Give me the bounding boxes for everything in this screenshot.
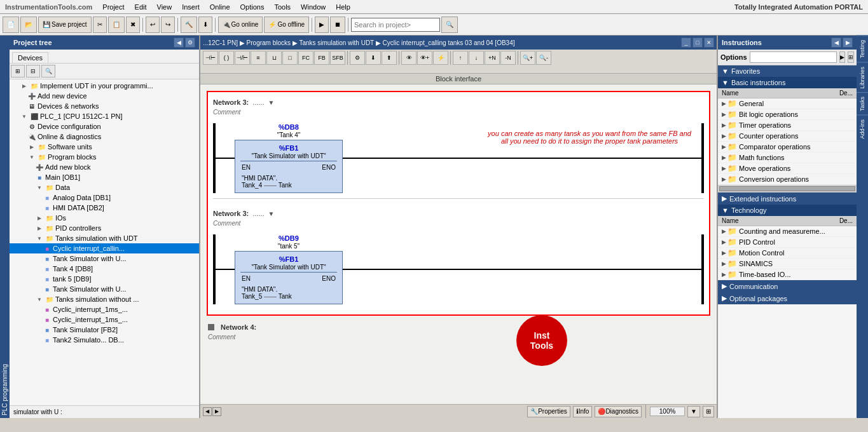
zoom-in-button[interactable]: 🔍+ <box>520 51 535 65</box>
tree-item-hmi-data[interactable]: ■ HMI DATA [DB2] <box>10 203 199 213</box>
options-arrow-button[interactable]: ▶ <box>839 51 845 63</box>
instr-item-sinamics[interactable]: ▶ 📁 SINAMICS <box>718 259 857 269</box>
zoom-input[interactable] <box>650 407 685 416</box>
menu-edit[interactable]: Edit <box>135 3 147 11</box>
instr-item-general[interactable]: ▶ 📁 General <box>718 98 857 109</box>
instr-item-pid-ctrl[interactable]: ▶ 📁 PID Control <box>718 237 857 248</box>
instr-item-conversion[interactable]: ▶ 📁 Conversion operations <box>718 174 857 185</box>
tree-item-tank-sim-u2[interactable]: ■ Tank Simulator with U... <box>10 284 199 294</box>
collapse-icon[interactable] <box>208 324 214 330</box>
properties-button[interactable]: 🔧 Properties <box>527 406 570 417</box>
instr-item-timer[interactable]: ▶ 📁 Timer operations <box>718 120 857 131</box>
plc-programming-tab[interactable]: PLC programming <box>0 36 10 418</box>
technology-header[interactable]: ▼ Technology <box>718 205 857 216</box>
testing-tab[interactable]: Testing <box>857 36 868 62</box>
copy-button[interactable]: ✂ <box>93 17 107 33</box>
search-button[interactable]: 🔍 <box>441 17 458 33</box>
zoom-dropdown-button[interactable]: ▼ <box>687 406 700 417</box>
tree-item-main-ob1[interactable]: ■ Main [OB1] <box>10 172 199 182</box>
insert-fc-button[interactable]: FC <box>298 51 313 65</box>
insert-branch-button[interactable]: ⊔ <box>266 51 282 65</box>
insert-empty-button[interactable]: □ <box>282 51 298 65</box>
instr-item-counting[interactable]: ▶ 📁 Counting and measureme... <box>718 226 857 237</box>
collapse-tree-button[interactable]: ◀ <box>174 37 184 48</box>
info-button[interactable]: ℹ Info <box>573 406 593 417</box>
go-online-button[interactable]: 🔌 Go online <box>218 17 263 33</box>
tree-item-tanks-without[interactable]: ▼ 📁 Tanks simulation without ... <box>10 294 199 304</box>
monitor-button[interactable]: 👁 <box>401 51 417 65</box>
tree-item-online-diag[interactable]: 🔌 Online & diagnostics <box>10 132 199 142</box>
tree-item-cyclic-1ms-2[interactable]: ■ Cyclic_interrupt_1ms_... <box>10 314 199 325</box>
download-button[interactable]: ⬇ <box>198 17 212 33</box>
instr-scrollbar[interactable] <box>718 185 857 192</box>
insert-contact-button[interactable]: ⊣⊢ <box>203 51 218 65</box>
instr-item-move[interactable]: ▶ 📁 Move operations <box>718 163 857 174</box>
instr-item-motion[interactable]: ▶ 📁 Motion Control <box>718 248 857 259</box>
insert-fb-button[interactable]: FB <box>314 51 329 65</box>
collapse-right-button[interactable]: ◀ <box>831 37 841 48</box>
scroll-right-button[interactable]: ▶ <box>212 407 221 416</box>
compile-button[interactable]: 🔨 <box>181 17 197 33</box>
tree-item-software-units[interactable]: ▶ 📁 Software units <box>10 142 199 152</box>
network-down-button[interactable]: ↓ <box>469 51 484 65</box>
download-c-button[interactable]: ⬇ <box>366 51 381 65</box>
tree-item-add-device[interactable]: ➕ Add new device <box>10 91 199 101</box>
scroll-left-button[interactable]: ◀ <box>203 407 212 416</box>
tree-item-tank-sim-u[interactable]: ■ Tank Simulator with U... <box>10 253 199 264</box>
expand-right-button[interactable]: ▶ <box>843 37 853 48</box>
tree-item-device-config[interactable]: ⚙ Device configuration <box>10 121 199 132</box>
force-button[interactable]: ⚡ <box>433 51 448 65</box>
options-grid-button[interactable]: ⊞ <box>848 51 854 63</box>
instr-scrollbar-thumb[interactable] <box>719 186 855 191</box>
redo-button[interactable]: ↪ <box>161 17 175 33</box>
favorites-header[interactable]: ▼ Favorites <box>718 65 857 77</box>
menu-project[interactable]: Project <box>102 3 124 11</box>
menu-help[interactable]: Help <box>336 3 350 11</box>
options-input[interactable] <box>750 51 837 63</box>
tree-item-data[interactable]: ▼ 📁 Data <box>10 182 199 192</box>
tree-expand-button[interactable]: ⊞ <box>11 65 25 78</box>
tree-item-cyclic-calling[interactable]: ■ Cyclic interrupt_callin... <box>10 243 199 253</box>
menu-tools[interactable]: Tools <box>274 3 291 11</box>
paste-button[interactable]: 📋 <box>108 17 125 33</box>
tree-item-ios[interactable]: ▶ 📁 IOs <box>10 213 199 223</box>
devices-tab[interactable]: Devices <box>12 52 48 63</box>
menu-options[interactable]: Options <box>240 3 265 11</box>
diagnostics-button[interactable]: 🔴 Diagnostics <box>595 406 642 417</box>
compile-c-button[interactable]: ⚙ <box>350 51 365 65</box>
tree-item-tanks-udt[interactable]: ▼ 📁 Tanks simulation with UDT <box>10 233 199 243</box>
upload-c-button[interactable]: ⬆ <box>382 51 397 65</box>
optional-header[interactable]: ▶ Optional packages <box>718 292 857 304</box>
menu-insert[interactable]: Insert <box>182 3 200 11</box>
tree-item-add-block[interactable]: ➕ Add new block <box>10 162 199 172</box>
insert-sfb-button[interactable]: SFB <box>330 51 345 65</box>
basic-instructions-header[interactable]: ▼ Basic instructions <box>718 77 857 88</box>
instr-item-math[interactable]: ▶ 📁 Math functions <box>718 152 857 163</box>
network-up-button[interactable]: ↑ <box>453 51 468 65</box>
save-button[interactable]: 💾 Save project <box>38 17 92 33</box>
tree-item-implement[interactable]: ▶ 📁 Implement UDT in your programmi... <box>10 81 199 91</box>
new-button[interactable]: 📄 <box>3 17 19 33</box>
search-input[interactable] <box>351 18 440 32</box>
open-button[interactable]: 📂 <box>20 17 37 33</box>
menu-window[interactable]: Window <box>301 3 326 11</box>
tree-item-tank2-sim[interactable]: ■ Tank2 Simulato... DB... <box>10 335 199 345</box>
communication-header[interactable]: ▶ Communication <box>718 280 857 292</box>
tasks-tab[interactable]: Tasks <box>857 92 868 115</box>
go-offline-button[interactable]: ⚡ Go offline <box>264 17 309 33</box>
ladder-area[interactable]: Network 3: ...... ▼ Comment <box>200 84 717 404</box>
tree-item-plc1[interactable]: ▼ ⬛ PLC_1 [CPU 1512C-1 PN] <box>10 111 199 121</box>
instr-item-comparator[interactable]: ▶ 📁 Comparator operations <box>718 142 857 152</box>
add-ins-tab[interactable]: Add-ins <box>857 115 868 143</box>
insert-noc-button[interactable]: ⊣/⊢ <box>235 51 250 65</box>
close-button[interactable]: ✕ <box>704 37 714 48</box>
menu-online[interactable]: Online <box>210 3 230 11</box>
tree-collapse-button[interactable]: ⊟ <box>26 65 40 78</box>
tree-item-tank4-db8[interactable]: ■ Tank 4 [DB8] <box>10 264 199 274</box>
insert-parallel-button[interactable]: ≡ <box>251 51 266 65</box>
fit-to-screen-button[interactable]: ⊞ <box>703 406 714 417</box>
menu-view[interactable]: View <box>157 3 172 11</box>
tree-item-program-blocks[interactable]: ▼ 📁 Program blocks <box>10 152 199 162</box>
extended-instructions-header[interactable]: ▶ Extended instructions <box>718 192 857 205</box>
minimize-button[interactable]: _ <box>681 37 691 48</box>
